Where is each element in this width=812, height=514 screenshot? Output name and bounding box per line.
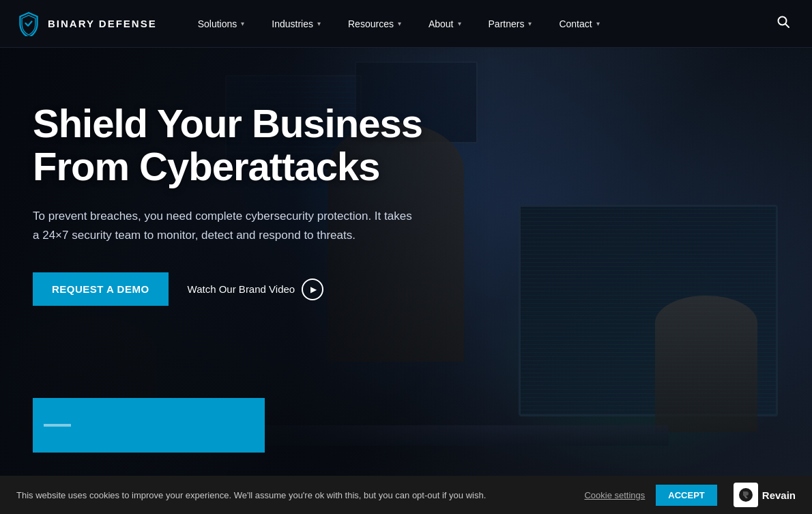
revain-logo: Revain — [734, 483, 796, 507]
cookie-settings-link[interactable]: Cookie settings — [584, 490, 645, 500]
solutions-chevron-icon: ▾ — [241, 20, 244, 27]
hero-title: Shield Your Business From Cyberattacks — [33, 102, 464, 188]
hero-section: Shield Your Business From Cyberattacks T… — [0, 0, 812, 514]
accept-cookies-button[interactable]: ACCEPT — [656, 485, 716, 506]
search-icon[interactable] — [771, 15, 796, 32]
cookie-banner: This website uses cookies to improve you… — [0, 476, 812, 514]
nav-resources[interactable]: Resources ▾ — [334, 0, 415, 48]
nav-partners[interactable]: Partners ▾ — [475, 0, 546, 48]
blue-bar-partial — [33, 398, 265, 453]
nav-solutions[interactable]: Solutions ▾ — [184, 0, 259, 48]
nav-about[interactable]: About ▾ — [415, 0, 475, 48]
brand-name: BINARY DEFENSE — [48, 18, 157, 29]
hero-content: Shield Your Business From Cyberattacks T… — [0, 48, 464, 333]
nav-contact[interactable]: Contact ▾ — [545, 0, 613, 48]
navbar: BINARY DEFENSE Solutions ▾ Industries ▾ … — [0, 0, 812, 48]
cookie-message: This website uses cookies to improve you… — [16, 490, 573, 500]
partners-chevron-icon: ▾ — [528, 20, 532, 27]
revain-icon — [734, 483, 758, 507]
watch-video-button[interactable]: Watch Our Brand Video ▶ — [188, 279, 324, 300]
contact-chevron-icon: ▾ — [596, 20, 600, 27]
request-demo-button[interactable]: Request A Demo — [33, 272, 169, 306]
hero-cta-group: Request A Demo Watch Our Brand Video ▶ — [33, 272, 464, 306]
hero-subtitle: To prevent breaches, you need complete c… — [33, 207, 415, 245]
nav-industries[interactable]: Industries ▾ — [258, 0, 334, 48]
person-right-silhouette — [655, 296, 757, 432]
logo[interactable]: BINARY DEFENSE — [16, 12, 157, 36]
about-chevron-icon: ▾ — [458, 20, 461, 27]
svg-line-1 — [785, 24, 789, 27]
play-icon: ▶ — [302, 279, 323, 300]
blue-bar-decoration — [44, 424, 71, 427]
logo-shield-icon — [16, 12, 41, 36]
industries-chevron-icon: ▾ — [317, 20, 321, 27]
nav-links: Solutions ▾ Industries ▾ Resources ▾ Abo… — [184, 0, 771, 48]
resources-chevron-icon: ▾ — [398, 20, 401, 27]
revain-label: Revain — [762, 489, 796, 501]
